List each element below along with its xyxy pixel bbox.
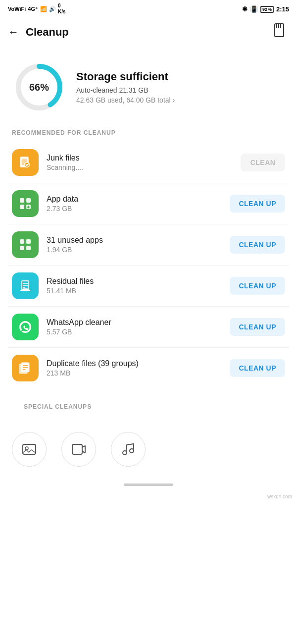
item-name: Duplicate files (39 groups) xyxy=(47,359,222,368)
item-size: Scanning.... xyxy=(47,163,233,171)
residual-files-text: Residual files 51.41 MB xyxy=(47,277,222,295)
recommended-section-label: RECOMMENDED FOR CLEANUP xyxy=(0,126,297,142)
residual-files-icon xyxy=(12,272,39,299)
item-name: Junk files xyxy=(47,154,233,162)
app-data-icon xyxy=(12,190,39,217)
whatsapp-cleaner-icon xyxy=(12,314,39,340)
status-bars: 📶 xyxy=(40,6,47,12)
status-4g: 4G⁺ xyxy=(28,6,38,12)
item-name: Residual files xyxy=(47,277,222,286)
item-size: 213 MB xyxy=(47,369,222,377)
storage-auto-cleaned: Auto-cleaned 21.31 GB xyxy=(76,86,285,94)
clean-button-duplicate[interactable]: CLEAN UP xyxy=(230,359,285,377)
special-section-label: SPECIAL CLEANUPS xyxy=(12,400,289,416)
item-name: 31 unused apps xyxy=(47,236,222,245)
clean-button-residual[interactable]: CLEAN UP xyxy=(230,277,285,295)
status-sound: 🔊 xyxy=(49,6,56,12)
battery-level: 92% xyxy=(260,5,274,13)
item-name: WhatsApp cleaner xyxy=(47,318,222,327)
item-size: 51.41 MB xyxy=(47,287,222,295)
svg-rect-30 xyxy=(23,444,36,454)
svg-rect-32 xyxy=(72,444,82,454)
header-left: ← Cleanup xyxy=(8,26,69,39)
bluetooth-icon: ✱ xyxy=(242,5,248,13)
svg-rect-12 xyxy=(20,198,24,203)
svg-point-31 xyxy=(25,447,28,450)
list-item: Residual files 51.41 MB CLEAN UP xyxy=(8,266,289,307)
clean-button-unusedapps[interactable]: CLEAN UP xyxy=(230,236,285,254)
video-special-icon[interactable] xyxy=(61,432,96,467)
status-data: 0K/s xyxy=(58,3,66,15)
photos-special-icon[interactable] xyxy=(12,432,47,467)
svg-rect-13 xyxy=(26,198,31,203)
music-special-icon[interactable] xyxy=(111,432,146,467)
svg-rect-19 xyxy=(26,246,31,250)
clean-button-appdata[interactable]: CLEAN UP xyxy=(230,195,285,213)
clean-button-whatsapp[interactable]: CLEAN UP xyxy=(230,318,285,336)
whatsapp-cleaner-text: WhatsApp cleaner 5.57 GB xyxy=(47,318,222,336)
list-item: WhatsApp cleaner 5.57 GB CLEAN UP xyxy=(8,307,289,348)
status-signal: VoWiFi xyxy=(8,6,26,12)
duplicate-files-text: Duplicate files (39 groups) 213 MB xyxy=(47,359,222,377)
storage-donut[interactable]: 66% xyxy=(12,60,66,114)
clean-button-junk[interactable]: CLEAN xyxy=(241,154,285,171)
list-item: Junk files Scanning.... CLEAN xyxy=(8,142,289,183)
svg-rect-17 xyxy=(26,239,31,244)
unused-apps-text: 31 unused apps 1.94 GB xyxy=(47,236,222,254)
storage-info: Storage sufficient Auto-cleaned 21.31 GB… xyxy=(76,70,285,104)
storage-section: 66% Storage sufficient Auto-cleaned 21.3… xyxy=(0,46,297,126)
sd-card-icon[interactable] xyxy=(272,23,287,41)
page-title: Cleanup xyxy=(26,26,69,39)
app-data-text: App data 2.73 GB xyxy=(47,195,222,213)
status-left: VoWiFi 4G⁺ 📶 🔊 0K/s xyxy=(8,3,66,15)
storage-percent: 66% xyxy=(29,82,49,93)
cleanup-list: Junk files Scanning.... CLEAN App data 2… xyxy=(0,142,297,388)
status-time: 2:15 xyxy=(276,5,289,13)
special-cleanups-section: SPECIAL CLEANUPS xyxy=(0,388,297,424)
unused-apps-icon xyxy=(12,231,39,258)
item-size: 1.94 GB xyxy=(47,246,222,254)
back-button[interactable]: ← xyxy=(8,26,19,39)
item-size: 5.57 GB xyxy=(47,328,222,336)
svg-rect-16 xyxy=(20,239,24,244)
bottom-bar xyxy=(0,475,297,492)
watermark: wsxdn.com xyxy=(0,492,297,501)
status-right: ✱ 📳 92% 2:15 xyxy=(242,5,289,13)
vibrate-icon: 📳 xyxy=(250,5,258,13)
chevron-right-icon: › xyxy=(173,96,175,104)
storage-title: Storage sufficient xyxy=(76,70,285,83)
duplicate-files-icon xyxy=(12,355,39,381)
list-item: 31 unused apps 1.94 GB CLEAN UP xyxy=(8,224,289,266)
header: ← Cleanup xyxy=(0,18,297,46)
svg-rect-14 xyxy=(20,205,24,209)
home-indicator xyxy=(124,483,173,486)
junk-files-icon xyxy=(12,149,39,176)
storage-used-total[interactable]: 42.63 GB used, 64.00 GB total › xyxy=(76,96,285,104)
list-item: App data 2.73 GB CLEAN UP xyxy=(8,183,289,224)
item-size: 2.73 GB xyxy=(47,205,222,213)
item-name: App data xyxy=(47,195,222,204)
special-icons-row xyxy=(0,424,297,475)
svg-rect-18 xyxy=(20,246,24,250)
status-bar: VoWiFi 4G⁺ 📶 🔊 0K/s ✱ 📳 92% 2:15 xyxy=(0,0,297,18)
junk-files-text: Junk files Scanning.... xyxy=(47,154,233,171)
list-item: Duplicate files (39 groups) 213 MB CLEAN… xyxy=(8,348,289,388)
